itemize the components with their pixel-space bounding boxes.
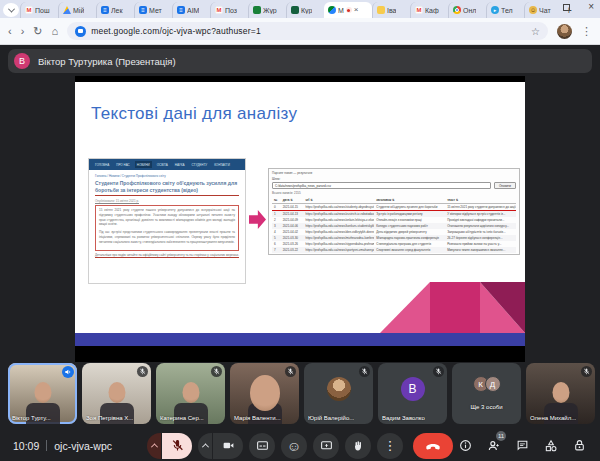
tab-title: Каф	[425, 7, 439, 14]
browser-tab[interactable]: ≡Лек	[96, 2, 134, 18]
browser-tab[interactable]: MКаф	[410, 2, 448, 18]
letter-avatar: Д	[485, 376, 501, 392]
smiley-icon: ☺	[287, 439, 301, 453]
browser-tab[interactable]: MПоз	[210, 2, 248, 18]
activities-button[interactable]	[544, 439, 558, 453]
clock-time: 10:09	[13, 440, 39, 452]
forward-icon[interactable]: ›	[21, 26, 25, 37]
tab-strip: MПошМій≡Лек≡Мет≡АІМMПозЖурКурM×ІваMКафОн…	[0, 0, 600, 18]
website-article-body: 15 квітня 2021 року студенти нашого унів…	[95, 205, 239, 251]
home-icon[interactable]: ⌂	[52, 26, 59, 37]
mic-off-icon	[213, 368, 220, 375]
browser-toolbar: ‹ › ↻ ⌂ meet.google.com/ojc-vjva-wpc?aut…	[0, 18, 600, 45]
table-column-header: заголовок ⇅	[374, 196, 445, 204]
docs-favicon-icon: ≡	[139, 6, 147, 14]
info-icon	[459, 439, 472, 452]
website-screenshot: ГОЛОВНАПРО НАСНОВИНИОСВІТАНАУКАСТУДЕНТУК…	[88, 158, 246, 284]
present-screen-icon	[320, 439, 333, 452]
participant-tile[interactable]: Олена Михайл...	[526, 363, 595, 424]
participant-name: Вадим Заволко	[382, 415, 425, 421]
reactions-button[interactable]: ☺	[281, 433, 307, 459]
window-controls: ×	[563, 2, 594, 12]
tab-title: M	[338, 7, 344, 14]
browser-tab[interactable]: Мій	[58, 2, 96, 18]
tab-title: Чат	[539, 7, 551, 14]
people-icon	[487, 439, 501, 453]
meet-main: В Віктор Туртурика (Презентація) Текстов…	[0, 45, 600, 461]
speaking-indicator	[62, 366, 74, 378]
participant-name: Юрій Валерійо...	[308, 415, 354, 421]
camera-icon	[222, 439, 235, 452]
browser-tab[interactable]: ≡АІМ	[172, 2, 210, 18]
restore-window-icon[interactable]	[563, 4, 570, 11]
participant-name: Олена Михайл...	[530, 415, 576, 421]
website-nav-item: НОВИНИ	[135, 161, 152, 168]
browser-tab[interactable]: ▸Тел	[486, 2, 524, 18]
participant-face	[182, 382, 199, 403]
browser-tab[interactable]: M×	[324, 2, 372, 18]
slide-title: Текстові дані для аналізу	[91, 104, 297, 124]
bookmark-star-icon[interactable]: ☆	[531, 26, 540, 37]
table-body: 02021-04-15https://profspilka.edu.ua/new…	[272, 204, 516, 254]
reload-icon[interactable]: ↻	[33, 26, 42, 37]
website-breadcrumb: Головна / Новини / Студенти Профспілково…	[95, 174, 239, 178]
more-options-button[interactable]: ⋮	[377, 433, 403, 459]
table-column-header: текст ⇅	[445, 196, 516, 204]
participant-tile[interactable]: Юрій Валерійо...	[304, 363, 373, 424]
chevron-up-icon	[150, 443, 157, 450]
website-nav-item: ПРО НАС	[114, 161, 132, 168]
presenter-banner[interactable]: В Віктор Туртурика (Презентація)	[8, 49, 592, 73]
chevron-up-icon	[201, 443, 208, 450]
participant-name: Катерина Сер...	[160, 415, 204, 421]
recording-indicator-icon	[346, 7, 352, 13]
profile-avatar[interactable]	[557, 24, 572, 39]
table-cell: https://profspilka.edu.ua/news/studenty-…	[304, 204, 375, 211]
raise-hand-icon	[352, 440, 364, 452]
browser-tab[interactable]: Жур	[248, 2, 286, 18]
participant-name: Віктор Турту...	[12, 415, 51, 421]
mic-muted-button[interactable]	[162, 433, 192, 459]
participant-tile[interactable]: ВВадим Заволко	[378, 363, 447, 424]
url-text: meet.google.com/ojc-vjva-wpc?authuser=1	[91, 26, 261, 36]
raise-hand-button[interactable]	[345, 433, 371, 459]
browser-tab[interactable]: ☺Чат	[524, 2, 562, 18]
participant-tile[interactable]: Катерина Сер...	[156, 363, 225, 424]
captions-button[interactable]	[249, 433, 275, 459]
decoration-bottom-bar	[75, 333, 525, 346]
present-screen-button[interactable]	[313, 433, 339, 459]
tab-title: Лек	[111, 7, 123, 14]
decoration-rect-magenta	[430, 282, 480, 333]
end-call-button[interactable]	[413, 433, 453, 459]
chat-button[interactable]	[516, 439, 529, 452]
browser-menu-icon[interactable]: ⋮	[581, 26, 592, 37]
participant-tile[interactable]: Зоя Петрівна Х...	[82, 363, 151, 424]
tab-close-icon[interactable]: ×	[354, 6, 359, 14]
path-input: C:/data/news/profspilka_news_parsed.csv	[272, 182, 491, 189]
mic-off-icon	[583, 368, 590, 375]
back-icon[interactable]: ‹	[8, 26, 12, 37]
table-cell: Минулого тижня завершилися змагання...	[445, 247, 516, 253]
people-button[interactable]: 11	[487, 439, 501, 453]
browser-tab[interactable]: ≡Мет	[134, 2, 172, 18]
kebab-icon: ⋮	[384, 439, 397, 452]
browser-tab[interactable]: MПош	[20, 2, 58, 18]
close-window-icon[interactable]: ×	[588, 2, 594, 12]
participant-tile[interactable]: КДЩе 3 особи	[452, 363, 521, 424]
meeting-details-button[interactable]	[459, 439, 472, 452]
camera-options-button[interactable]	[198, 433, 212, 459]
muted-indicator	[137, 366, 148, 377]
parsed-news-table: №дата ⇅url ⇅заголовок ⇅текст ⇅ 02021-04-…	[272, 196, 516, 253]
participant-tile[interactable]: Віктор Турту...	[8, 363, 77, 424]
browser-tab[interactable]: Онл	[448, 2, 486, 18]
tab-search-button[interactable]	[3, 3, 19, 17]
browser-tab[interactable]: Кур	[286, 2, 324, 18]
mic-options-button[interactable]	[147, 433, 161, 459]
participant-tile[interactable]: Марія Валенти...	[230, 363, 299, 424]
address-bar[interactable]: meet.google.com/ojc-vjva-wpc?authuser=1 …	[67, 22, 548, 40]
browser-tab[interactable]: Іва	[372, 2, 410, 18]
website-nav-item: КОНТАКТИ	[212, 161, 232, 168]
camera-on-button[interactable]	[213, 433, 243, 459]
host-controls-button[interactable]	[573, 439, 586, 452]
classroom-favicon-icon	[291, 6, 299, 14]
mic-off-icon	[171, 439, 184, 452]
